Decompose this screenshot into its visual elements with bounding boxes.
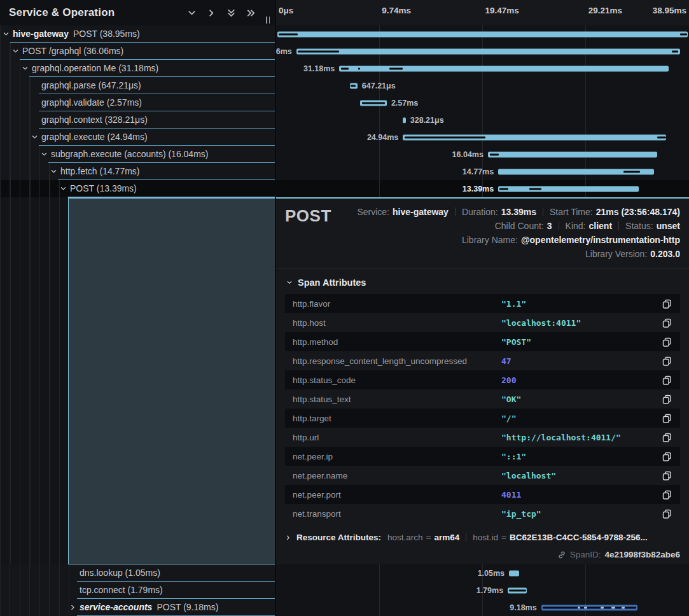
span-row[interactable]: graphql.context (328.21μs)328.21μs — [0, 111, 689, 129]
attribute-row: http.status_text"OK" — [285, 389, 680, 409]
span-attributes-title: Span Attributes — [298, 277, 366, 288]
copy-icon[interactable] — [662, 356, 672, 367]
span-row[interactable]: http.fetch (14.77ms)14.77ms — [0, 163, 689, 180]
span-bar[interactable] — [277, 31, 688, 37]
span-row[interactable]: POST /graphql (36.06ms)36.06ms — [0, 43, 689, 60]
span-bar[interactable] — [296, 48, 680, 54]
span-name-label: hive-gatewayPOST (38.95ms) — [13, 29, 140, 39]
span-rows-bottom: dns.lookup (1.05ms)1.05mstcp.connect (1.… — [0, 564, 689, 616]
chevron-down-icon[interactable] — [3, 31, 10, 38]
child-span-mark — [672, 50, 678, 52]
span-timeline-cell[interactable]: 13.39ms — [276, 180, 689, 197]
attribute-value: 200 — [501, 375, 662, 385]
span-row[interactable]: graphql.execute (24.94ms)24.94ms — [0, 129, 689, 146]
selected-span-block[interactable] — [68, 197, 275, 564]
span-attributes-table: http.flavor"1.1"http.host"localhost:4011… — [285, 294, 680, 523]
span-row[interactable]: hive-gatewayPOST (38.95ms) — [0, 25, 689, 43]
chevron-down-icon[interactable] — [50, 168, 57, 175]
span-id-row: SpanID: 4e21998f3b82abe6 — [285, 550, 680, 559]
span-timeline-cell[interactable]: 2.57ms — [276, 94, 689, 111]
resource-attributes-row: Resource Attributes: host.arch=arm64host… — [285, 533, 680, 542]
span-timeline-cell[interactable]: 16.04ms — [276, 146, 689, 163]
span-tree-cell[interactable]: graphql.operation Me (31.18ms) — [0, 60, 276, 77]
indent-guides — [0, 180, 61, 197]
span-tree-cell[interactable]: tcp.connect (1.79ms) — [0, 582, 276, 599]
span-tree-cell[interactable]: graphql.parse (647.21μs) — [0, 77, 276, 94]
double-chevron-right-icon[interactable] — [246, 8, 256, 18]
chevron-down-icon[interactable] — [12, 48, 19, 55]
span-tree-cell[interactable]: hive-gatewayPOST (38.95ms) — [0, 25, 276, 43]
span-timeline-cell[interactable]: 1.79ms — [276, 582, 689, 599]
span-name-label: graphql.parse (647.21μs) — [41, 80, 141, 90]
span-tree-cell[interactable]: dns.lookup (1.05ms) — [0, 564, 276, 582]
span-timeline-cell[interactable] — [276, 25, 689, 43]
span-duration-label: 328.21μs — [410, 116, 444, 125]
attribute-row: net.peer.port4011 — [285, 485, 680, 504]
resource-attributes-title[interactable]: Resource Attributes: — [296, 533, 381, 542]
span-timeline-cell[interactable]: 9.18ms — [276, 599, 689, 616]
span-tree-cell[interactable]: subgraph.execute (accounts) (16.04ms) — [0, 146, 276, 163]
copy-icon[interactable] — [662, 470, 672, 481]
span-bar[interactable] — [403, 117, 406, 123]
span-row[interactable]: subgraph.execute (accounts) (16.04ms)16.… — [0, 146, 689, 163]
tree-title: Service & Operation — [0, 6, 115, 19]
span-tree-cell[interactable]: POST (13.39ms) — [0, 180, 276, 197]
span-row[interactable]: service-accountsPOST (9.18ms)9.18ms — [0, 599, 689, 616]
span-attributes-toggle[interactable]: Span Attributes — [286, 277, 680, 288]
chevron-down-icon[interactable] — [60, 185, 67, 192]
copy-icon[interactable] — [662, 394, 672, 405]
chevron-down-icon[interactable] — [22, 65, 29, 72]
copy-icon[interactable] — [662, 489, 672, 500]
span-timeline-cell[interactable]: 14.77ms — [276, 163, 689, 180]
span-row[interactable]: graphql.operation Me (31.18ms)31.18ms — [0, 60, 689, 77]
span-row[interactable]: graphql.validate (2.57ms)2.57ms — [0, 94, 689, 111]
panel-resize-handle[interactable] — [266, 17, 272, 24]
chevron-down-icon[interactable] — [187, 8, 197, 18]
span-row[interactable]: graphql.parse (647.21μs)647.21μs — [0, 77, 689, 94]
chevron-down-icon[interactable] — [41, 151, 48, 158]
service-name: hive-gateway — [13, 29, 69, 39]
span-row[interactable]: POST (13.39ms)13.39ms — [0, 180, 689, 197]
copy-icon[interactable] — [662, 413, 672, 424]
span-bar[interactable] — [498, 186, 639, 192]
span-bar[interactable] — [488, 151, 657, 157]
span-timeline-cell[interactable]: 31.18ms — [276, 60, 689, 77]
copy-icon[interactable] — [662, 451, 672, 462]
copy-icon[interactable] — [662, 508, 672, 519]
span-tree-cell[interactable]: graphql.execute (24.94ms) — [0, 129, 276, 146]
indent-guides — [0, 43, 12, 60]
span-tree-cell[interactable]: http.fetch (14.77ms) — [0, 163, 276, 180]
divider — [559, 221, 559, 230]
span-tree-cell[interactable]: POST /graphql (36.06ms) — [0, 43, 276, 60]
chevron-right-icon[interactable] — [69, 604, 76, 611]
chevron-down-icon[interactable] — [31, 134, 38, 141]
child-span-mark — [351, 85, 356, 87]
copy-icon[interactable] — [662, 432, 672, 443]
span-timeline-cell[interactable]: 24.94ms — [276, 129, 689, 146]
span-bar[interactable] — [509, 570, 519, 576]
span-timeline-cell[interactable]: 328.21μs — [276, 111, 689, 129]
span-bar[interactable] — [339, 66, 669, 71]
span-row[interactable]: dns.lookup (1.05ms)1.05ms — [0, 564, 689, 582]
span-timeline-cell[interactable]: 647.21μs — [276, 77, 689, 94]
link-icon[interactable] — [557, 550, 566, 559]
chevron-right-icon[interactable] — [207, 8, 216, 18]
attribute-row: http.flavor"1.1" — [285, 294, 680, 313]
span-timeline-cell[interactable]: 1.05ms — [276, 564, 689, 582]
copy-icon[interactable] — [662, 318, 672, 328]
span-tree-cell[interactable]: graphql.validate (2.57ms) — [0, 94, 276, 111]
copy-icon[interactable] — [662, 337, 672, 347]
span-timeline-cell[interactable]: 36.06ms — [276, 43, 689, 60]
copy-icon[interactable] — [662, 298, 672, 309]
child-span-mark — [601, 606, 604, 608]
span-row[interactable]: tcp.connect (1.79ms)1.79ms — [0, 582, 689, 599]
copy-icon[interactable] — [662, 375, 672, 386]
indent-guides — [0, 94, 32, 111]
span-duration-label: 36.06ms — [276, 47, 292, 56]
double-chevron-down-icon[interactable] — [226, 8, 236, 18]
span-tree-cell[interactable]: service-accountsPOST (9.18ms) — [0, 599, 276, 616]
timeline-tick: 9.74ms — [382, 6, 411, 15]
span-duration-label: 2.57ms — [391, 99, 418, 108]
child-span-mark — [279, 33, 298, 35]
span-tree-cell[interactable]: graphql.context (328.21μs) — [0, 111, 276, 129]
